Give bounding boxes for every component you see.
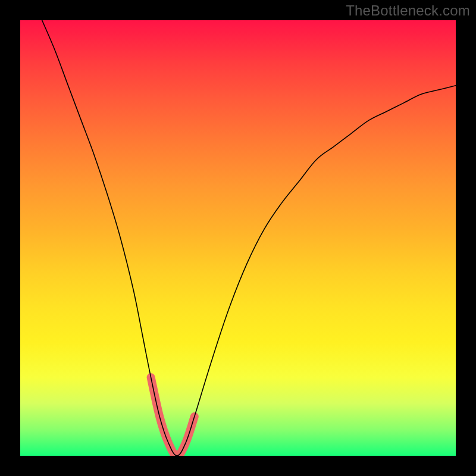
plot-svg	[20, 20, 456, 456]
optimal-highlight-line	[151, 377, 195, 456]
bottleneck-curve-line	[42, 20, 456, 456]
chart-frame: TheBottleneck.com	[0, 0, 476, 476]
watermark-text: TheBottleneck.com	[346, 2, 470, 19]
plot-area	[20, 20, 456, 456]
